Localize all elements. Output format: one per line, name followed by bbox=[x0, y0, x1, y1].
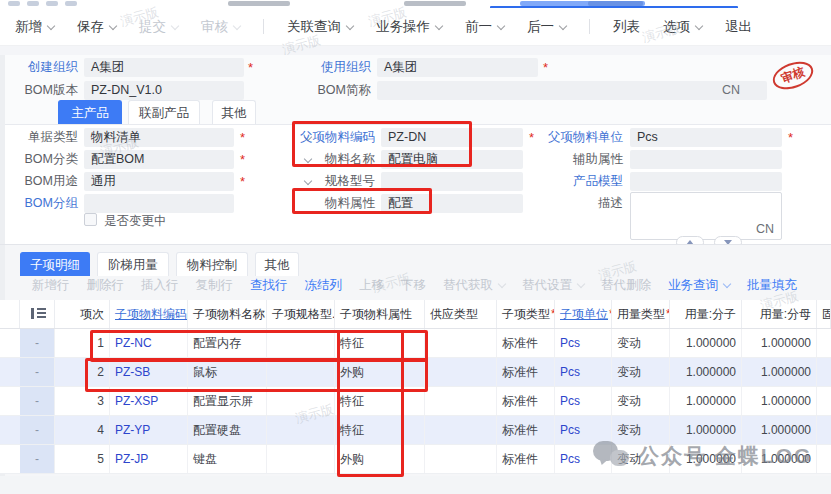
list-button[interactable]: 列表 bbox=[613, 18, 640, 36]
move-up-button[interactable]: 上移 bbox=[359, 277, 384, 294]
product-model-label[interactable]: 产品模型 bbox=[545, 172, 623, 191]
code-link[interactable]: PZ-NC bbox=[115, 336, 152, 350]
column-settings-cell[interactable] bbox=[20, 300, 55, 328]
cell-code[interactable]: PZ-NC bbox=[110, 329, 188, 357]
header-seq[interactable]: 项次 bbox=[55, 300, 110, 328]
submit-button[interactable]: 提交 bbox=[139, 18, 178, 36]
cell-code[interactable]: PZ-XSP bbox=[110, 387, 188, 415]
previous-button[interactable]: 前一 bbox=[465, 18, 504, 36]
code-link[interactable]: PZ-JP bbox=[115, 452, 148, 466]
delete-row-button[interactable]: 删除行 bbox=[87, 277, 125, 294]
row-handle[interactable]: - bbox=[20, 445, 55, 473]
save-button[interactable]: 保存 bbox=[77, 18, 116, 36]
parent-unit-label[interactable]: 父项物料单位 bbox=[545, 128, 623, 147]
bom-group-label[interactable]: BOM分组 bbox=[0, 194, 78, 213]
clipped-tab[interactable] bbox=[228, 1, 290, 6]
aux-attr-field[interactable] bbox=[630, 150, 782, 169]
create-org-label[interactable]: 创建组织 bbox=[0, 58, 78, 77]
doc-type-select[interactable]: 物料清单 bbox=[84, 128, 234, 147]
cell-unit[interactable]: Pcs bbox=[555, 416, 612, 444]
header-spec[interactable]: 子项规格型... bbox=[267, 300, 335, 328]
cell-code[interactable]: PZ-SB bbox=[110, 358, 188, 386]
bom-use-select[interactable]: 通用 bbox=[84, 172, 234, 191]
table-row[interactable]: - 4 PZ-YP 配置硬盘 特征 标准件 Pcs 变动 1.000000 1.… bbox=[0, 416, 831, 445]
table-row[interactable]: - 2 PZ-SB 鼠标 外购 标准件 Pcs 变动 1.000000 1.00… bbox=[0, 358, 831, 387]
clipped-tab[interactable] bbox=[404, 1, 466, 6]
cell-code[interactable]: PZ-YP bbox=[110, 416, 188, 444]
row-handle[interactable]: - bbox=[20, 416, 55, 444]
cell-unit[interactable]: Pcs bbox=[555, 329, 612, 357]
tab-other[interactable]: 其他 bbox=[212, 100, 256, 124]
header-supply[interactable]: 供应类型 bbox=[425, 300, 497, 328]
related-query-button[interactable]: 关联查询 bbox=[287, 18, 353, 36]
tab-child-detail[interactable]: 子项明细 bbox=[20, 252, 90, 276]
spec-field[interactable] bbox=[381, 172, 523, 191]
row-handle[interactable]: - bbox=[20, 358, 55, 386]
use-org-label[interactable]: 使用组织 bbox=[295, 58, 371, 77]
code-link[interactable]: PZ-XSP bbox=[115, 394, 158, 408]
unit-link[interactable]: Pcs bbox=[560, 452, 580, 466]
bom-group-field[interactable] bbox=[84, 194, 234, 213]
tab-step-usage[interactable]: 阶梯用量 bbox=[97, 252, 169, 276]
header-unit-link[interactable]: 子项单位 bbox=[560, 307, 608, 321]
product-model-field[interactable] bbox=[630, 172, 782, 191]
substitute-delete-button[interactable]: 替代删除 bbox=[601, 277, 651, 294]
code-link[interactable]: PZ-SB bbox=[115, 365, 150, 379]
header-code-link[interactable]: 子项物料编码 bbox=[115, 307, 187, 321]
bom-short-field[interactable]: CN bbox=[377, 81, 767, 100]
material-name-field[interactable]: 配置电脑 bbox=[381, 150, 523, 169]
header-name[interactable]: 子项物料名称 bbox=[188, 300, 267, 328]
row-handle[interactable]: - bbox=[20, 387, 55, 415]
tab-detail-other[interactable]: 其他 bbox=[255, 252, 299, 276]
move-down-button[interactable]: 下移 bbox=[401, 277, 426, 294]
use-org-field[interactable]: A集团 bbox=[377, 58, 538, 77]
table-row[interactable]: - 1 PZ-NC 配置内存 特征 标准件 Pcs 变动 1.000000 1.… bbox=[0, 329, 831, 358]
row-handle[interactable]: - bbox=[20, 329, 55, 357]
table-row[interactable]: - 5 PZ-JP 键盘 外购 标准件 Pcs 变动 1.000000 1.00… bbox=[0, 445, 831, 474]
batch-fill-button[interactable]: 批量填充 bbox=[747, 277, 797, 294]
header-unit[interactable]: 子项单位* bbox=[555, 300, 612, 328]
parent-code-label[interactable]: 父项物料编码 bbox=[297, 128, 375, 147]
new-button[interactable]: 新增 bbox=[15, 18, 54, 36]
bom-version-field[interactable]: PZ-DN_V1.0 bbox=[84, 81, 244, 100]
audit-button[interactable]: 审核 bbox=[201, 18, 240, 36]
unit-link[interactable]: Pcs bbox=[560, 365, 580, 379]
tab-material-control[interactable]: 物料控制 bbox=[176, 252, 248, 276]
add-row-button[interactable]: 新增行 bbox=[32, 277, 70, 294]
copy-row-button[interactable]: 复制行 bbox=[196, 277, 234, 294]
parent-unit-field[interactable]: Pcs bbox=[630, 128, 782, 147]
parent-code-field[interactable]: PZ-DN bbox=[381, 128, 523, 147]
header-usage[interactable]: 用量类型* bbox=[612, 300, 670, 328]
tab-main-product[interactable]: 主产品 bbox=[58, 100, 122, 124]
find-row-button[interactable]: 查找行 bbox=[250, 277, 288, 294]
unit-link[interactable]: Pcs bbox=[560, 394, 580, 408]
header-code[interactable]: 子项物料编码* bbox=[110, 300, 188, 328]
exit-button[interactable]: 退出 bbox=[725, 18, 752, 36]
insert-row-button[interactable]: 插入行 bbox=[141, 277, 179, 294]
header-numerator[interactable]: 用量:分子 bbox=[670, 300, 742, 328]
table-row[interactable]: - 3 PZ-XSP 配置显示屏 特征 标准件 Pcs 变动 1.000000 … bbox=[0, 387, 831, 416]
create-org-field[interactable]: A集团 bbox=[84, 58, 244, 77]
substitute-set-button[interactable]: 替代设置 bbox=[522, 277, 584, 294]
cell-unit[interactable]: Pcs bbox=[555, 445, 612, 473]
business-query-button[interactable]: 业务查询 bbox=[668, 277, 730, 294]
cell-unit[interactable]: Pcs bbox=[555, 387, 612, 415]
freeze-column-button[interactable]: 冻结列 bbox=[305, 277, 343, 294]
material-attr-field[interactable]: 配置 bbox=[381, 194, 523, 213]
is-changing-checkbox[interactable] bbox=[84, 213, 97, 226]
header-denominator[interactable]: 用量:分母 bbox=[742, 300, 817, 328]
code-link[interactable]: PZ-YP bbox=[115, 423, 150, 437]
description-textarea[interactable]: CN bbox=[630, 192, 782, 240]
header-clipped[interactable]: 固 bbox=[817, 300, 831, 328]
unit-link[interactable]: Pcs bbox=[560, 423, 580, 437]
bom-class-select[interactable]: 配置BOM bbox=[84, 150, 234, 169]
header-attr[interactable]: 子项物料属性 bbox=[335, 300, 425, 328]
header-type[interactable]: 子项类型* bbox=[497, 300, 555, 328]
substitute-get-button[interactable]: 替代获取 bbox=[443, 277, 505, 294]
options-button[interactable]: 选项 bbox=[663, 18, 702, 36]
next-button[interactable]: 后一 bbox=[527, 18, 566, 36]
cell-code[interactable]: PZ-JP bbox=[110, 445, 188, 473]
tab-co-product[interactable]: 联副产品 bbox=[128, 100, 200, 124]
cell-unit[interactable]: Pcs bbox=[555, 358, 612, 386]
unit-link[interactable]: Pcs bbox=[560, 336, 580, 350]
